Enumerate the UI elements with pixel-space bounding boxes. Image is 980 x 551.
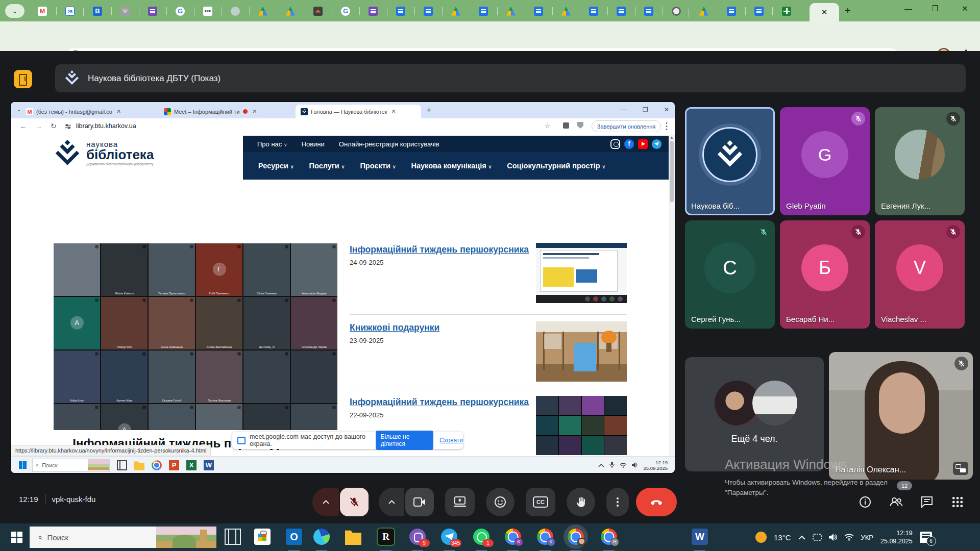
tab-icon-chrome[interactable] (672, 7, 681, 16)
inner-volume-icon[interactable] (632, 462, 638, 468)
tab-icon-drive[interactable] (258, 7, 267, 16)
instagram-icon[interactable] (610, 139, 620, 149)
finish-update-button[interactable]: Завершити оновлення (592, 120, 661, 132)
nav-projects[interactable]: Проєкти ∨ (360, 162, 396, 170)
active-tab[interactable]: ✕ (810, 3, 839, 21)
window-minimize-button[interactable]: — (904, 4, 912, 13)
site-logo[interactable]: наукова бібліотека Державного біотехноло… (54, 140, 154, 167)
nav-registration[interactable]: Онлайн-реєстрація користувачів (339, 140, 439, 148)
reactions-button[interactable] (486, 488, 514, 516)
tab-icon-forms[interactable] (369, 7, 378, 16)
tab-icon-drive[interactable] (561, 7, 571, 16)
tablet-icon[interactable] (813, 534, 822, 541)
inner-explorer-icon[interactable] (134, 460, 144, 470)
inner-tab-library-active[interactable]: Головна — Наукова бібліотек ✕ (296, 105, 421, 118)
news-title-2[interactable]: Книжкові подарунки (350, 322, 439, 333)
taskbar-app-outlook[interactable]: O (286, 529, 302, 545)
tab-icon-pkp[interactable] (203, 7, 212, 16)
nav-services[interactable]: Послуги ∨ (309, 162, 345, 170)
people-button[interactable] (887, 493, 905, 511)
volume-icon[interactable] (829, 534, 837, 541)
participant-tile-evgenia[interactable]: Евгения Лук... (875, 107, 965, 215)
pinned-tabs[interactable] (29, 4, 800, 18)
tab-icon-forms[interactable] (148, 7, 157, 16)
nav-about[interactable]: Про нас ∨ (257, 140, 287, 148)
taskbar-app-chrome[interactable]: K (505, 529, 521, 545)
tab-icon-docs[interactable] (396, 7, 405, 16)
taskbar-app-chrome[interactable]: H (601, 529, 617, 545)
window-maximize-button[interactable]: ❐ (932, 4, 938, 13)
language-indicator[interactable]: УКР (861, 534, 874, 541)
inner-tab-meet[interactable]: Meet – Інформаційний ти ✕ (164, 105, 291, 118)
new-tab-button[interactable]: + (845, 5, 851, 17)
chat-button[interactable] (918, 493, 936, 511)
nav-social-space[interactable]: Соціокультурний простір ∨ (507, 162, 605, 170)
door-open-icon[interactable] (14, 70, 32, 88)
inner-tab-search-icon[interactable]: ⌄ (17, 107, 21, 112)
nav-resources[interactable]: Ресурси ∨ (258, 162, 294, 170)
inner-minimize-icon[interactable]: — (621, 106, 627, 113)
inner-back-icon[interactable]: ← (20, 122, 27, 130)
tab-close-icon[interactable]: ✕ (116, 108, 121, 115)
inner-maximize-icon[interactable]: ❐ (643, 106, 648, 113)
raise-hand-button[interactable] (567, 488, 595, 516)
site-info-icon[interactable] (65, 124, 71, 129)
inner-taskview-icon[interactable] (117, 460, 127, 470)
tray-chevron-icon[interactable] (798, 535, 805, 540)
notification-center-icon[interactable]: 6 (920, 532, 932, 543)
news-thumbnail-3[interactable] (536, 396, 627, 455)
mic-options-chevron[interactable] (312, 488, 339, 516)
tab-icon-drive[interactable] (286, 7, 295, 16)
taskbar-clock[interactable]: 12:19 25.09.2025 (880, 529, 913, 545)
scroll-up-icon[interactable]: ▲ (670, 135, 674, 140)
tab-icon-rada[interactable] (120, 7, 130, 16)
tab-icon-docs[interactable] (644, 7, 653, 16)
participant-tile-gleb[interactable]: G Gleb Pyatin (780, 107, 870, 215)
taskbar-app-taskview[interactable] (225, 529, 241, 545)
taskbar-app-rozetka[interactable]: R (378, 529, 394, 545)
scrollbar[interactable]: ▲ (669, 135, 675, 456)
inner-tab-gmail[interactable]: M (без темы) - hntusg@gmail.co ✕ (26, 105, 160, 118)
tab-icon-google[interactable] (176, 7, 185, 16)
news-thumbnail-2[interactable] (536, 321, 627, 382)
inner-tray-chevron-icon[interactable] (598, 463, 604, 467)
inner-close-icon[interactable]: ✕ (664, 106, 669, 113)
taskbar-app-chrome[interactable] (568, 529, 584, 545)
extensions-icon[interactable] (563, 122, 569, 129)
participant-tile-sergey[interactable]: C Сергей Гунь... (685, 220, 775, 329)
tab-icon-scholar[interactable] (313, 7, 323, 16)
tab-icon-gmail[interactable] (38, 7, 47, 16)
inner-bookmark-star-icon[interactable]: ☆ (545, 122, 551, 130)
participant-tile-others[interactable]: Ещё 4 чел. (685, 357, 824, 471)
tab-icon-drive[interactable] (451, 7, 460, 16)
inner-start-icon[interactable] (19, 461, 27, 469)
youtube-icon[interactable] (638, 139, 648, 149)
facebook-icon[interactable] (624, 139, 634, 149)
tab-icon-google[interactable] (341, 7, 350, 16)
tab-icon-b[interactable] (93, 7, 102, 16)
taskbar-app-telegram[interactable]: 345 (441, 529, 457, 545)
tab-icon-sheets[interactable] (782, 7, 791, 16)
taskbar-app-store[interactable] (254, 529, 271, 545)
tab-icon-docs[interactable] (479, 7, 488, 16)
inner-powerpoint-icon[interactable]: P (169, 460, 179, 470)
tab-icon-docs[interactable] (754, 7, 764, 16)
inner-wifi-icon[interactable] (620, 463, 627, 468)
stop-sharing-button[interactable]: Більше не ділитися (376, 431, 433, 450)
taskbar-app-folder[interactable] (345, 529, 361, 545)
tab-icon-docs[interactable] (617, 7, 626, 16)
news-thumbnail-1[interactable] (536, 243, 627, 303)
inner-forward-icon[interactable]: → (35, 122, 42, 130)
captions-button[interactable]: CC (526, 488, 555, 516)
window-close-button[interactable]: ✕ (962, 4, 968, 13)
nav-news[interactable]: Новини (302, 140, 325, 148)
tab-icon-drive[interactable] (506, 7, 516, 16)
tab-icon-circle[interactable] (231, 7, 240, 16)
taskbar-app-edge[interactable] (313, 529, 330, 545)
picture-in-picture-icon[interactable] (953, 462, 968, 475)
more-options-button[interactable]: ••• (606, 488, 629, 516)
leave-call-button[interactable] (636, 488, 677, 516)
camera-options-chevron[interactable] (379, 488, 404, 516)
present-screen-button[interactable] (445, 488, 475, 516)
tab-icon-calendar[interactable] (65, 7, 75, 16)
